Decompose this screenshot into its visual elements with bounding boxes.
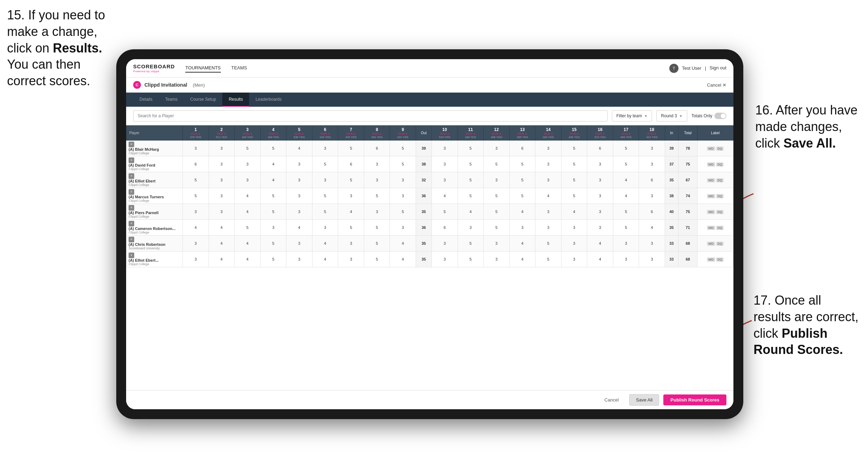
hole-15-score[interactable]: 5 (561, 188, 587, 204)
dq-button[interactable]: DQ (716, 162, 724, 167)
hole-3-score[interactable]: 5 (235, 141, 261, 156)
hole-11-score[interactable]: 5 (458, 172, 484, 188)
hole-8-score[interactable]: 6 (364, 141, 390, 156)
dq-button[interactable]: DQ (716, 147, 724, 151)
dq-button[interactable]: DQ (716, 194, 724, 198)
cancel-button[interactable]: Cancel (598, 394, 625, 405)
hole-7-score[interactable]: 3 (338, 188, 364, 204)
hole-9-score[interactable]: 5 (390, 141, 416, 156)
hole-10-score[interactable]: 5 (432, 204, 458, 220)
hole-6-score[interactable]: 5 (312, 188, 338, 204)
hole-2-score[interactable]: 4 (209, 220, 235, 236)
hole-3-score[interactable]: 5 (235, 220, 261, 236)
hole-5-score[interactable]: 3 (286, 172, 312, 188)
hole-14-score[interactable]: 5 (535, 236, 562, 251)
hole-12-score[interactable]: 3 (484, 172, 510, 188)
wd-button[interactable]: WD (707, 226, 715, 230)
hole-2-score[interactable]: 3 (209, 141, 235, 156)
hole-11-score[interactable]: 5 (458, 251, 484, 267)
hole-11-score[interactable]: 5 (458, 236, 484, 251)
wd-button[interactable]: WD (707, 242, 715, 246)
hole-15-score[interactable]: 3 (561, 220, 587, 236)
wd-button[interactable]: WD (707, 162, 715, 167)
hole-7-score[interactable]: 4 (338, 204, 364, 220)
hole-11-score[interactable]: 5 (458, 156, 484, 172)
hole-12-score[interactable]: 5 (484, 204, 510, 220)
hole-1-score[interactable]: 3 (183, 251, 209, 267)
hole-18-score[interactable]: 4 (639, 220, 665, 236)
hole-13-score[interactable]: 3 (509, 220, 535, 236)
hole-6-score[interactable]: 4 (312, 236, 338, 251)
hole-9-score[interactable]: 4 (390, 251, 416, 267)
hole-6-score[interactable]: 5 (312, 156, 338, 172)
hole-7-score[interactable]: 5 (338, 172, 364, 188)
hole-18-score[interactable]: 3 (639, 141, 665, 156)
hole-6-score[interactable]: 3 (312, 220, 338, 236)
hole-16-score[interactable]: 4 (587, 236, 613, 251)
hole-16-score[interactable]: 3 (587, 188, 613, 204)
hole-14-score[interactable]: 3 (535, 141, 562, 156)
tab-details[interactable]: Details (133, 93, 159, 107)
hole-3-score[interactable]: 4 (235, 188, 261, 204)
hole-8-score[interactable]: 3 (364, 156, 390, 172)
hole-10-score[interactable]: 3 (432, 141, 458, 156)
hole-10-score[interactable]: 6 (432, 220, 458, 236)
hole-4-score[interactable]: 4 (260, 172, 286, 188)
hole-12-score[interactable]: 5 (484, 188, 510, 204)
dq-button[interactable]: DQ (716, 210, 724, 214)
hole-5-score[interactable]: 3 (286, 156, 312, 172)
hole-13-score[interactable]: 6 (509, 141, 535, 156)
hole-16-score[interactable]: 3 (587, 156, 613, 172)
hole-3-score[interactable]: 4 (235, 251, 261, 267)
wd-button[interactable]: WD (707, 147, 715, 151)
hole-1-score[interactable]: 3 (183, 141, 209, 156)
search-input[interactable] (133, 110, 608, 122)
hole-4-score[interactable]: 4 (260, 156, 286, 172)
hole-11-score[interactable]: 5 (458, 141, 484, 156)
hole-10-score[interactable]: 3 (432, 236, 458, 251)
hole-5-score[interactable]: 3 (286, 236, 312, 251)
hole-1-score[interactable]: 5 (183, 188, 209, 204)
hole-13-score[interactable]: 4 (509, 204, 535, 220)
wd-button[interactable]: WD (707, 257, 715, 262)
hole-15-score[interactable]: 4 (561, 204, 587, 220)
hole-14-score[interactable]: 3 (535, 204, 562, 220)
hole-18-score[interactable]: 6 (639, 204, 665, 220)
hole-13-score[interactable]: 5 (509, 188, 535, 204)
hole-8-score[interactable]: 5 (364, 188, 390, 204)
hole-5-score[interactable]: 3 (286, 251, 312, 267)
hole-6-score[interactable]: 4 (312, 251, 338, 267)
nav-link-teams[interactable]: TEAMS (231, 64, 247, 73)
hole-13-score[interactable]: 4 (509, 251, 535, 267)
hole-5-score[interactable]: 4 (286, 220, 312, 236)
hole-16-score[interactable]: 3 (587, 172, 613, 188)
hole-1-score[interactable]: 6 (183, 156, 209, 172)
wd-button[interactable]: WD (707, 194, 715, 198)
hole-9-score[interactable]: 3 (390, 220, 416, 236)
hole-8-score[interactable]: 3 (364, 172, 390, 188)
hole-6-score[interactable]: 3 (312, 141, 338, 156)
hole-4-score[interactable]: 5 (260, 141, 286, 156)
hole-17-score[interactable]: 4 (613, 188, 639, 204)
hole-2-score[interactable]: 3 (209, 172, 235, 188)
hole-7-score[interactable]: 5 (338, 220, 364, 236)
hole-6-score[interactable]: 5 (312, 204, 338, 220)
hole-9-score[interactable]: 5 (390, 204, 416, 220)
hole-2-score[interactable]: 3 (209, 188, 235, 204)
hole-2-score[interactable]: 3 (209, 156, 235, 172)
totals-only-toggle[interactable]: Totals Only (692, 113, 726, 119)
hole-17-score[interactable]: 5 (613, 141, 639, 156)
hole-8-score[interactable]: 5 (364, 236, 390, 251)
hole-12-score[interactable]: 3 (484, 251, 510, 267)
hole-7-score[interactable]: 3 (338, 251, 364, 267)
hole-17-score[interactable]: 5 (613, 220, 639, 236)
toggle-switch[interactable] (714, 113, 726, 119)
hole-18-score[interactable]: 3 (639, 188, 665, 204)
hole-3-score[interactable]: 3 (235, 172, 261, 188)
hole-17-score[interactable]: 3 (613, 236, 639, 251)
hole-4-score[interactable]: 3 (260, 220, 286, 236)
hole-13-score[interactable]: 5 (509, 172, 535, 188)
hole-13-score[interactable]: 5 (509, 156, 535, 172)
tab-teams[interactable]: Teams (159, 93, 184, 107)
hole-16-score[interactable]: 4 (587, 251, 613, 267)
